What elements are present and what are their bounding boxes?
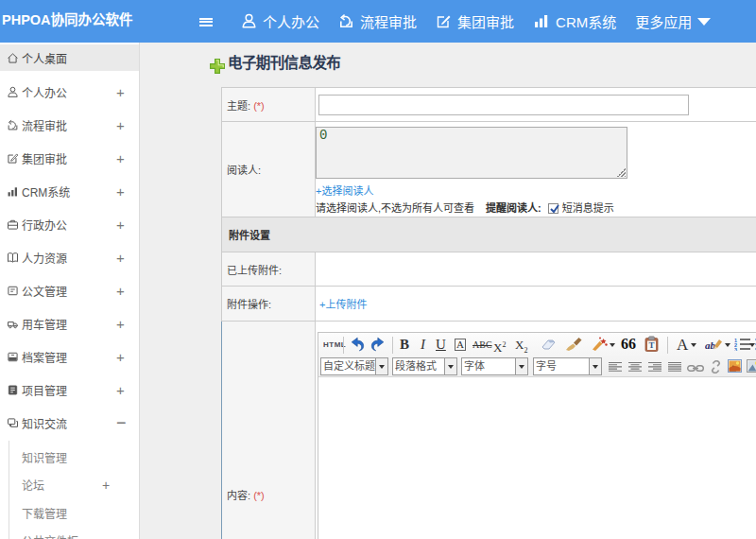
svg-text:3: 3	[734, 347, 737, 351]
svg-text:T: T	[648, 340, 654, 350]
